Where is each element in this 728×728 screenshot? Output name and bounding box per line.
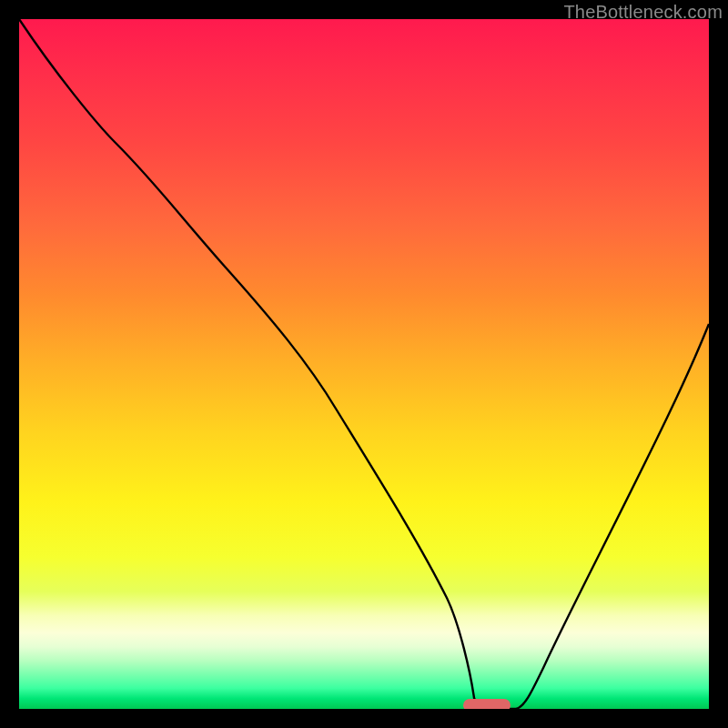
plot-area xyxy=(19,19,709,709)
watermark-text: TheBottleneck.com xyxy=(563,2,723,23)
curve-layer xyxy=(19,19,709,709)
optimal-marker xyxy=(463,699,511,709)
bottleneck-curve xyxy=(19,19,709,709)
chart-container: TheBottleneck.com xyxy=(0,0,728,728)
